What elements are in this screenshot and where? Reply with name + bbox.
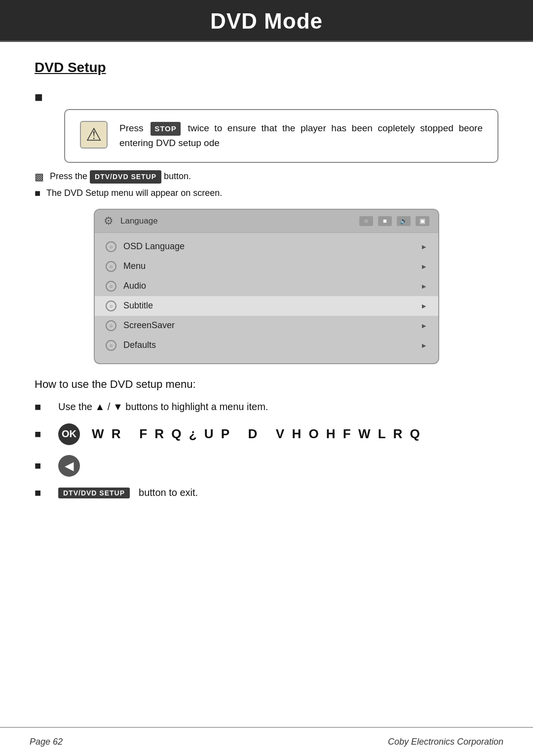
page-header: DVD Mode [0, 0, 533, 40]
item-arrow-osd: ► [420, 243, 427, 251]
item-icon-menu: ○ [106, 261, 116, 272]
item-icon-defaults: ○ [106, 340, 116, 351]
how-to-title: How to use the DVD setup menu: [35, 378, 498, 391]
dvd-menu-items: ○ OSD Language ► ○ Menu ► ○ Audio ► [95, 233, 438, 363]
menu-icon-circle: ○ [359, 216, 373, 226]
item-arrow-defaults: ► [420, 341, 427, 349]
bookmark-icon: ■ [35, 89, 498, 105]
item-label-menu: Menu [123, 261, 146, 271]
step-1: ■ Use the ▲ / ▼ buttons to highlight a m… [35, 401, 498, 414]
bullet-icon-3: ■ [35, 459, 49, 472]
main-content: DVD Setup ■ ⚠ Press STOP twice to ensure… [0, 42, 533, 527]
menu-gear-icon: ⚙ [104, 215, 114, 227]
page-title: DVD Mode [210, 9, 323, 33]
dvd-menu-header: ⚙ Language ○ ■ 🔈 ▣ [95, 210, 438, 233]
back-arrow-icon: ◀ [58, 455, 80, 477]
instruction-text-1: Press the DTV/DVD SETUP button. [50, 170, 191, 184]
item-arrow-audio: ► [420, 282, 427, 290]
ok-button-icon: OK [58, 423, 80, 445]
item-icon-audio: ○ [106, 281, 116, 292]
dvd-menu-box: ⚙ Language ○ ■ 🔈 ▣ ○ OSD Language ► [94, 209, 439, 364]
item-label-audio: Audio [123, 281, 146, 291]
menu-section: ▩ Press the DTV/DVD SETUP button. ■ The … [35, 170, 498, 364]
menu-icon-screen: ▣ [416, 216, 429, 226]
step-4: ■ DTV/DVD SETUP button to exit. [35, 487, 498, 499]
step-4-suffix: button to exit. [139, 487, 198, 498]
item-arrow-screensaver: ► [420, 322, 427, 330]
item-label-osd: OSD Language [123, 241, 185, 252]
step-2-text: W R F R Q ¿ U P D V H O H F W L R Q [92, 426, 422, 442]
menu-header-icons: ○ ■ 🔈 ▣ [359, 216, 429, 226]
list-item[interactable]: ○ OSD Language ► [95, 237, 438, 257]
bullet-icon-4: ■ [35, 487, 49, 499]
item-label-defaults: Defaults [123, 340, 156, 350]
item-label-subtitle: Subtitle [123, 301, 153, 311]
item-icon-screensaver: ○ [106, 320, 116, 331]
bullet-icon-2: ■ [35, 428, 49, 441]
dtv-badge-step4: DTV/DVD SETUP [58, 488, 130, 498]
item-arrow-subtitle: ► [420, 302, 427, 310]
menu-instruction-row-2: ■ The DVD Setup menu will appear on scre… [35, 187, 498, 200]
page-footer: Page 62 Coby Electronics Corporation [0, 727, 533, 756]
list-item[interactable]: ○ Audio ► [95, 276, 438, 296]
item-icon-subtitle: ○ [106, 301, 116, 311]
step-3: ■ ◀ [35, 455, 498, 477]
tv-icon: ▩ [35, 171, 44, 183]
list-item[interactable]: ○ ScreenSaver ► [95, 316, 438, 336]
list-item[interactable]: ○ Subtitle ► [95, 296, 438, 316]
dtv-badge-1: DTV/DVD SETUP [90, 170, 161, 184]
menu-header-label: Language [120, 216, 158, 226]
footer-page: Page 62 [30, 737, 63, 747]
list-item[interactable]: ○ Defaults ► [95, 336, 438, 355]
bullet-icon-1: ■ [35, 401, 49, 414]
stop-badge: STOP [151, 122, 181, 136]
item-arrow-menu: ► [420, 263, 427, 270]
step-1-text: Use the ▲ / ▼ buttons to highlight a men… [58, 401, 268, 413]
warning-text: Press STOP twice to ensure that the play… [119, 121, 483, 151]
dvd-menu-wrapper: ⚙ Language ○ ■ 🔈 ▣ ○ OSD Language ► [94, 209, 439, 364]
bookmark-icon-2: ■ [35, 188, 40, 199]
item-label-screensaver: ScreenSaver [123, 320, 175, 331]
instruction-text-2: The DVD Setup menu will appear on screen… [46, 187, 222, 200]
step-2: ■ OK W R F R Q ¿ U P D V H O H F W L R Q [35, 423, 498, 445]
menu-instruction-row-1: ▩ Press the DTV/DVD SETUP button. [35, 170, 498, 184]
menu-icon-speaker: 🔈 [397, 216, 411, 226]
warning-triangle-icon: ⚠ [80, 121, 108, 149]
menu-icon-square: ■ [378, 216, 392, 226]
item-icon-osd: ○ [106, 241, 116, 252]
how-to-section: How to use the DVD setup menu: ■ Use the… [35, 378, 498, 499]
warning-box: ⚠ Press STOP twice to ensure that the pl… [64, 109, 498, 163]
list-item[interactable]: ○ Menu ► [95, 257, 438, 276]
section-title: DVD Setup [35, 60, 498, 76]
footer-company: Coby Electronics Corporation [388, 737, 503, 747]
